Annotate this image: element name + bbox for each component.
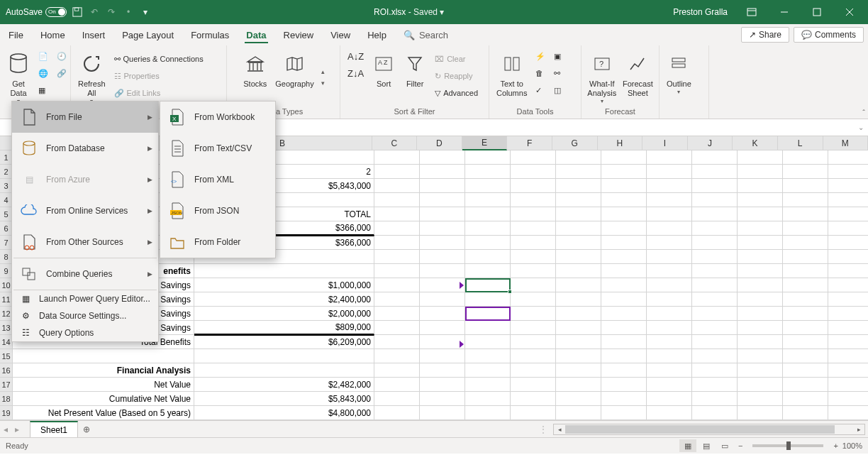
cell[interactable] xyxy=(692,165,738,179)
page-break-view-icon[interactable]: ▭ xyxy=(716,439,733,452)
cell[interactable] xyxy=(783,207,828,221)
cell[interactable] xyxy=(420,278,465,292)
tab-file[interactable]: File xyxy=(0,24,32,45)
cell[interactable] xyxy=(556,363,601,378)
cell[interactable] xyxy=(647,335,692,349)
cell[interactable] xyxy=(556,207,601,221)
tell-me-search[interactable]: 🔍 Search xyxy=(395,30,457,40)
user-name[interactable]: Preston Gralla xyxy=(666,7,735,17)
col-header-c[interactable]: C xyxy=(372,136,418,150)
cell[interactable] xyxy=(692,179,738,193)
tab-review[interactable]: Review xyxy=(275,24,323,45)
sheet-nav-next-icon[interactable]: ▸ xyxy=(11,424,23,434)
cell[interactable] xyxy=(738,363,783,378)
cell[interactable] xyxy=(647,179,692,193)
cell[interactable] xyxy=(601,150,647,165)
cell[interactable] xyxy=(465,307,511,321)
cell[interactable] xyxy=(511,321,556,335)
data-validation-icon[interactable]: ✓ xyxy=(533,82,548,98)
collapse-ribbon-icon[interactable]: ˆ xyxy=(862,109,865,117)
menu-from-text-csv[interactable]: From Text/CSV xyxy=(160,133,275,164)
cell[interactable] xyxy=(783,278,828,292)
cell[interactable] xyxy=(828,349,868,363)
menu-from-folder[interactable]: From Folder xyxy=(160,226,275,258)
cell[interactable] xyxy=(692,406,738,420)
cell[interactable] xyxy=(601,179,647,193)
cell[interactable] xyxy=(738,349,783,363)
cell[interactable] xyxy=(420,307,465,321)
tab-formulas[interactable]: Formulas xyxy=(182,24,238,45)
cell[interactable] xyxy=(556,250,601,264)
cell[interactable] xyxy=(465,179,511,193)
cell[interactable] xyxy=(783,150,828,165)
cell[interactable] xyxy=(374,264,420,278)
tab-data[interactable]: Data xyxy=(238,24,274,45)
cell[interactable] xyxy=(647,236,692,250)
menu-query-options[interactable]: ☷ Query Options xyxy=(12,324,158,341)
undo-icon[interactable]: ↶ xyxy=(88,6,101,18)
cell[interactable] xyxy=(374,392,420,406)
col-header-d[interactable]: D xyxy=(417,136,462,150)
menu-from-azure[interactable]: ▤ From Azure▶ xyxy=(12,164,158,195)
zoom-in-icon[interactable]: + xyxy=(833,441,838,450)
cell[interactable] xyxy=(828,165,868,179)
consolidate-icon[interactable]: ▣ xyxy=(551,48,564,64)
cell[interactable]: $5,843,000 xyxy=(194,392,374,406)
cell[interactable] xyxy=(465,278,511,292)
redo-icon[interactable]: ↷ xyxy=(105,6,118,18)
cell[interactable] xyxy=(828,378,868,392)
cell[interactable] xyxy=(692,363,738,378)
cell[interactable] xyxy=(738,179,783,193)
cell[interactable] xyxy=(420,349,465,363)
cell[interactable] xyxy=(692,378,738,392)
cell[interactable]: $1,000,000 xyxy=(194,278,374,292)
cell[interactable] xyxy=(783,292,828,307)
from-table-small-icon[interactable]: ▦ xyxy=(35,82,51,98)
cell[interactable] xyxy=(692,321,738,335)
row-header[interactable]: 17 xyxy=(0,378,13,392)
cell[interactable] xyxy=(420,292,465,307)
cell[interactable] xyxy=(828,392,868,406)
tab-view[interactable]: View xyxy=(322,24,359,45)
sort-asc-button[interactable]: A↓Z xyxy=(345,48,367,64)
cell[interactable] xyxy=(828,236,868,250)
tab-home[interactable]: Home xyxy=(32,24,74,45)
cell[interactable] xyxy=(828,307,868,321)
cell[interactable] xyxy=(647,363,692,378)
cell[interactable] xyxy=(828,250,868,264)
flash-fill-icon[interactable]: ⚡ xyxy=(533,48,548,64)
cell[interactable] xyxy=(738,321,783,335)
cell[interactable] xyxy=(783,363,828,378)
menu-from-xml[interactable]: <> From XML xyxy=(160,164,275,195)
cell[interactable] xyxy=(692,193,738,207)
cell[interactable] xyxy=(374,221,420,236)
cell[interactable] xyxy=(601,378,647,392)
cell[interactable] xyxy=(465,221,511,236)
cell[interactable] xyxy=(647,307,692,321)
cell[interactable] xyxy=(828,193,868,207)
cell[interactable] xyxy=(556,221,601,236)
cell[interactable] xyxy=(828,321,868,335)
cell[interactable] xyxy=(511,378,556,392)
cell[interactable] xyxy=(465,335,511,349)
cell[interactable] xyxy=(511,193,556,207)
cell[interactable] xyxy=(556,179,601,193)
zoom-out-icon[interactable]: − xyxy=(738,441,742,450)
cell[interactable] xyxy=(738,378,783,392)
comments-button[interactable]: 💬Comments xyxy=(794,27,864,43)
page-layout-view-icon[interactable]: ▤ xyxy=(698,439,715,452)
cell[interactable] xyxy=(828,363,868,378)
menu-from-online[interactable]: From Online Services▶ xyxy=(12,195,158,226)
cell[interactable] xyxy=(647,278,692,292)
cell[interactable] xyxy=(783,179,828,193)
cell[interactable] xyxy=(783,321,828,335)
cell[interactable] xyxy=(783,307,828,321)
properties-button[interactable]: ☷Properties xyxy=(111,68,206,84)
sheet-tab-sheet1[interactable]: Sheet1 xyxy=(30,421,78,437)
sort-desc-button[interactable]: Z↓A xyxy=(345,65,367,81)
menu-combine[interactable]: Combine Queries▶ xyxy=(12,258,158,290)
refresh-all-button[interactable]: Refresh All ▾ xyxy=(75,48,108,106)
cell[interactable] xyxy=(556,165,601,179)
cell[interactable] xyxy=(374,349,420,363)
cell[interactable] xyxy=(738,392,783,406)
